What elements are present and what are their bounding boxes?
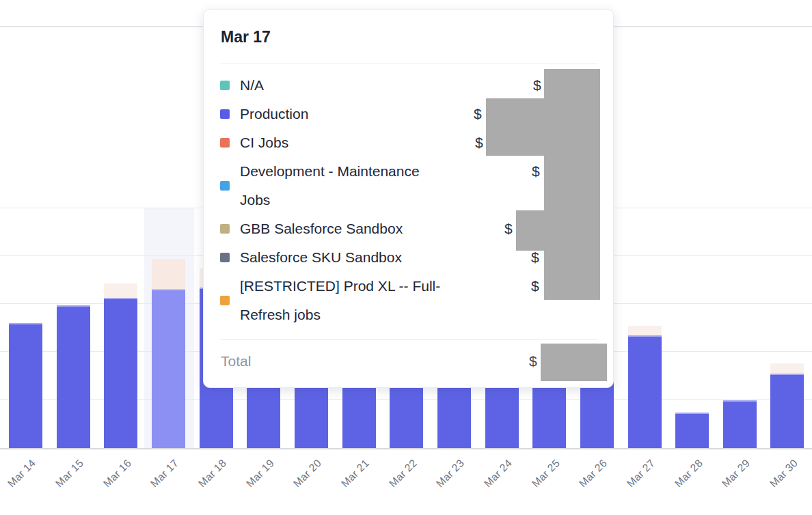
x-axis-label: Mar 19: [243, 457, 276, 490]
tooltip-divider: [221, 339, 597, 340]
bar-mar-19[interactable]: [247, 382, 280, 449]
x-axis-label: Mar 23: [434, 457, 467, 490]
legend-swatch-icon: [220, 253, 230, 262]
cost-dashboard-page: Mar 14Mar 15Mar 16Mar 17Mar 18Mar 19Mar …: [0, 0, 812, 515]
legend-label: Production: [240, 100, 452, 128]
bar-mar-24[interactable]: [485, 382, 519, 449]
legend-label: [RESTRICTED] Prod XL -- Full-Refresh job…: [240, 272, 452, 329]
x-axis-label: Mar 22: [386, 457, 419, 490]
bar-cap-mar-30[interactable]: [770, 363, 804, 374]
legend-swatch-icon: [220, 224, 230, 234]
x-axis-label: Mar 15: [53, 457, 86, 490]
legend-label: GBB Salesforce Sandbox: [240, 214, 452, 243]
bar-mar-16[interactable]: [104, 298, 137, 449]
bar-mar-20[interactable]: [295, 382, 328, 449]
x-axis-label: Mar 30: [768, 457, 800, 490]
x-axis-label: Mar 24: [482, 457, 515, 490]
legend-label: Salesforce SKU Sandbox: [240, 243, 452, 272]
x-axis-label: Mar 26: [577, 457, 610, 490]
currency-symbol: $: [533, 71, 541, 100]
chart-tooltip: Mar 17 N/A$Production$CI Jobs$Developmen…: [203, 9, 614, 388]
x-axis-label: Mar 20: [291, 457, 324, 490]
bar-mar-30[interactable]: [770, 374, 804, 449]
x-axis-label: Mar 14: [5, 457, 38, 490]
currency-symbol: $: [531, 272, 539, 301]
x-axis-line: [0, 448, 812, 449]
redaction-box: [516, 210, 544, 251]
legend-swatch-icon: [220, 181, 230, 191]
x-axis-label: Mar 17: [148, 457, 181, 490]
currency-symbol: $: [474, 100, 482, 128]
bar-mar-22[interactable]: [390, 382, 423, 449]
tooltip-title: Mar 17: [221, 28, 271, 46]
currency-symbol: $: [475, 128, 483, 157]
legend-swatch-icon: [220, 109, 230, 119]
legend-swatch-icon: [220, 296, 230, 305]
x-axis-label: Mar 28: [672, 457, 705, 490]
currency-symbol: $: [529, 347, 537, 376]
bar-mar-17[interactable]: [152, 289, 185, 449]
x-axis-label: Mar 21: [339, 457, 372, 490]
bar-mar-28[interactable]: [675, 413, 709, 449]
bar-mar-14[interactable]: [9, 323, 42, 449]
legend-label: CI Jobs: [240, 128, 452, 157]
x-axis-label: Mar 29: [720, 457, 753, 490]
legend-swatch-icon: [220, 81, 230, 90]
bar-mar-21[interactable]: [342, 382, 376, 449]
currency-symbol: $: [504, 214, 513, 243]
bar-mar-15[interactable]: [57, 305, 90, 449]
x-axis-label: Mar 25: [529, 457, 562, 490]
bar-mar-27[interactable]: [628, 335, 662, 449]
redaction-box: [541, 344, 607, 381]
bar-cap-mar-16[interactable]: [104, 283, 137, 298]
bar-mar-23[interactable]: [437, 382, 471, 449]
legend-label: N/A: [240, 71, 452, 100]
legend-label: Development - Maintenance Jobs: [240, 157, 452, 214]
bar-mar-25[interactable]: [532, 382, 566, 449]
tooltip-total-label: Total: [221, 347, 251, 376]
legend-swatch-icon: [220, 138, 230, 148]
x-axis-label: Mar 27: [625, 457, 658, 490]
redaction-box: [486, 98, 544, 156]
tooltip-divider: [221, 64, 597, 64]
bar-mar-29[interactable]: [723, 400, 757, 449]
bar-cap-mar-17[interactable]: [152, 259, 185, 289]
redaction-box: [544, 69, 600, 300]
bar-cap-mar-27[interactable]: [628, 326, 662, 335]
x-axis-label: Mar 18: [196, 457, 229, 490]
currency-symbol: $: [532, 157, 540, 186]
x-axis-label: Mar 16: [100, 457, 133, 490]
